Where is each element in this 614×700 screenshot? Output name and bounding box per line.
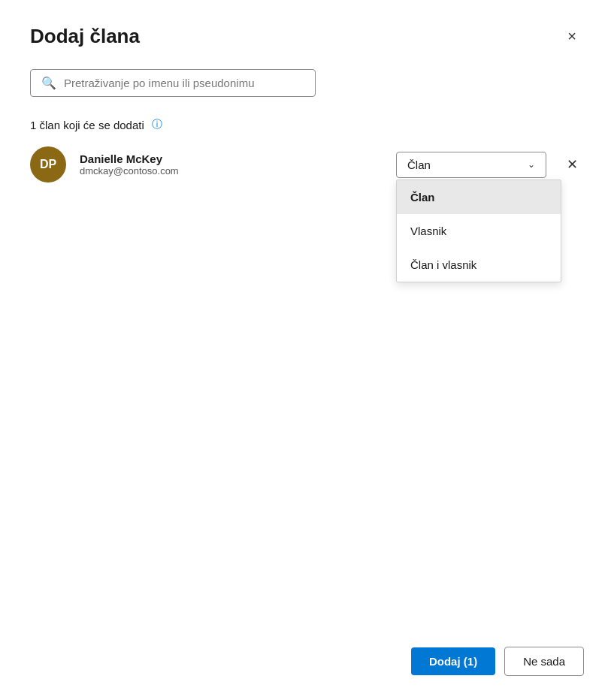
role-dropdown-selected-label: Član xyxy=(407,158,431,171)
search-icon: 🔍 xyxy=(41,76,56,90)
role-option-clan-i-vlasnik[interactable]: Član i vlasnik xyxy=(397,248,561,282)
dialog-header: Dodaj člana × xyxy=(30,24,584,48)
remove-icon: ✕ xyxy=(567,156,578,173)
info-icon: ⓘ xyxy=(152,118,162,131)
role-option-vlasnik[interactable]: Vlasnik xyxy=(397,214,561,248)
role-dropdown-button[interactable]: Član ⌄ xyxy=(396,152,546,178)
members-count-text: 1 član koji će se dodati xyxy=(30,119,144,131)
member-info: Danielle McKey dmckay@contoso.com xyxy=(80,152,383,177)
search-box: 🔍 xyxy=(30,69,316,97)
member-email: dmckay@contoso.com xyxy=(80,165,383,177)
add-member-dialog: Dodaj člana × 🔍 1 član koji će se dodati… xyxy=(0,0,614,700)
dialog-footer: Dodaj (1) Ne sada xyxy=(411,647,584,676)
member-name: Danielle McKey xyxy=(80,152,383,165)
chevron-down-icon: ⌄ xyxy=(528,159,535,170)
members-count-row: 1 član koji će se dodati ⓘ xyxy=(30,118,584,131)
cancel-button[interactable]: Ne sada xyxy=(504,647,584,676)
add-button[interactable]: Dodaj (1) xyxy=(411,647,495,675)
role-option-clan[interactable]: Član xyxy=(397,180,561,214)
close-icon: × xyxy=(567,28,576,45)
member-row: DP Danielle McKey dmckay@contoso.com Čla… xyxy=(30,146,584,183)
search-input[interactable] xyxy=(64,77,304,89)
role-dropdown-wrapper: Član ⌄ Član Vlasnik Član i vlasnik xyxy=(396,152,546,178)
avatar-initials: DP xyxy=(40,158,56,171)
dialog-title: Dodaj člana xyxy=(30,25,140,48)
avatar: DP xyxy=(30,146,66,183)
remove-member-button[interactable]: ✕ xyxy=(560,152,584,177)
dialog-close-button[interactable]: × xyxy=(560,24,584,48)
role-dropdown-menu: Član Vlasnik Član i vlasnik xyxy=(396,180,561,282)
